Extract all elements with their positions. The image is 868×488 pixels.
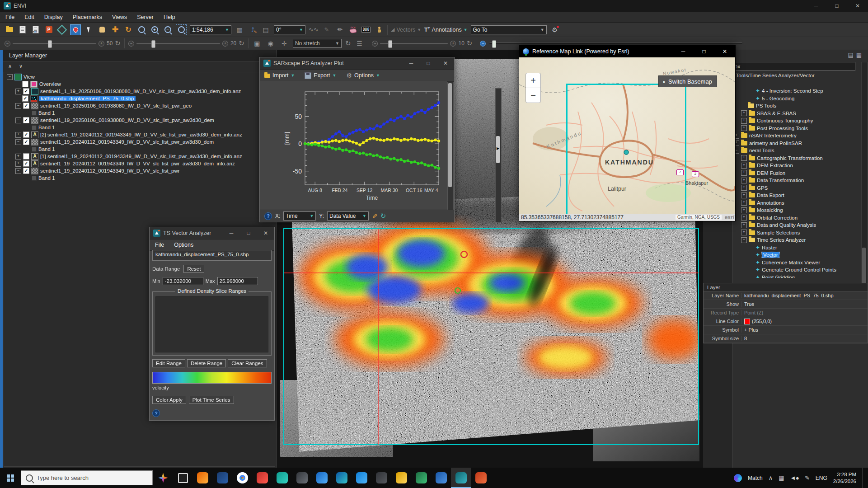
expand-icon[interactable]: + xyxy=(741,192,747,198)
ts-close-button[interactable]: ✕ xyxy=(257,227,274,239)
tree-row[interactable]: +✓A[2] sentinel1_19_20240112_001943349_I… xyxy=(4,131,275,138)
tree-row[interactable]: +Annotations xyxy=(732,199,862,207)
layer-visibility-checkbox[interactable]: ✓ xyxy=(23,131,29,138)
tree-row[interactable]: −✓sentinel1_19_20240112_001943349_IW_D_V… xyxy=(4,167,275,174)
dock-layout-icon[interactable]: ▤ xyxy=(848,52,853,58)
property-value[interactable]: + Plus xyxy=(742,327,758,333)
plot-maximize-button[interactable]: □ xyxy=(420,57,437,69)
toolbox-item-label[interactable]: arimetry and PolInSAR xyxy=(749,141,802,146)
tree-row[interactable]: +GPS xyxy=(732,184,862,192)
tree-row[interactable]: +Continuous Tomography xyxy=(732,117,862,125)
y-axis-combobox[interactable]: Data Value▼ xyxy=(327,211,369,221)
stretch-options-icon[interactable]: ☰ xyxy=(354,38,364,48)
collapse-icon[interactable]: − xyxy=(15,103,21,109)
taskbar-clock[interactable]: 3:28 PM 2/26/2026 xyxy=(833,471,856,485)
tree-row[interactable]: +arimetry and PolInSAR xyxy=(732,140,862,147)
stretch-refresh-icon[interactable]: ↻ xyxy=(345,39,351,47)
layer-property-row[interactable]: Symbol+ Plus xyxy=(704,326,868,334)
min-value-field[interactable]: -23.032000 xyxy=(163,277,203,285)
toolbox-item-label[interactable]: 4 - Inversion: Second Step xyxy=(762,88,823,94)
toolbox-item-label[interactable]: GPS xyxy=(757,185,768,191)
maximize-button[interactable]: □ xyxy=(826,0,847,12)
tree-row[interactable]: +Orbital Correction xyxy=(732,214,862,222)
copilot-icon[interactable] xyxy=(158,473,168,483)
taskbar-app-explorer[interactable] xyxy=(391,468,411,488)
tree-row[interactable]: +DEM Extraction xyxy=(732,162,862,169)
expand-icon[interactable]: + xyxy=(741,155,747,161)
layer-item-label[interactable]: Overview xyxy=(39,81,61,87)
zoom-in-icon[interactable]: + xyxy=(150,25,160,35)
overview-toggle-icon[interactable]: ▦ xyxy=(235,25,244,35)
view-scrollbar[interactable]: ▶ xyxy=(495,88,502,222)
sarscape-preferences-icon[interactable]: ⚙ xyxy=(550,25,560,35)
minimize-button[interactable]: ─ xyxy=(806,0,826,12)
expand-icon[interactable]: + xyxy=(741,230,747,235)
layer-visibility-checkbox[interactable]: ✓ xyxy=(22,95,28,102)
plot-scrollbar[interactable] xyxy=(447,82,454,210)
map-close-button[interactable]: ✕ xyxy=(714,46,735,57)
taskbar-app-app[interactable] xyxy=(292,468,312,488)
toolbox-item-label[interactable]: DEM Extraction xyxy=(757,163,793,168)
toolbox-item-label[interactable]: Data Transformation xyxy=(757,178,804,183)
panel-menu-icon[interactable]: ▦ xyxy=(856,52,862,58)
toolbox-item-label[interactable]: Sample Selections xyxy=(757,230,800,235)
tree-row[interactable]: ✦5 - Geocoding xyxy=(732,95,862,103)
plot-time-series-button[interactable]: Plot Time Series xyxy=(189,396,234,404)
clear-ranges-button[interactable]: Clear Ranges xyxy=(228,359,267,367)
layer-visibility-checkbox[interactable]: ✓ xyxy=(23,103,29,109)
ts-menu-item-file[interactable]: File xyxy=(155,242,164,248)
ts-minimize-button[interactable]: ─ xyxy=(223,227,240,239)
match-widget-icon[interactable] xyxy=(734,474,742,482)
expand-icon[interactable]: + xyxy=(741,118,747,124)
pen-icon[interactable]: ✎ xyxy=(805,474,810,481)
chip-to-powerpoint-icon[interactable]: P xyxy=(44,25,54,35)
toolbox-item-label[interactable]: Continuous Tomography xyxy=(757,118,813,123)
edit-series-icon[interactable]: ✎ xyxy=(371,213,378,219)
cursor-value-icon[interactable]: 008 xyxy=(361,25,371,35)
tree-row[interactable]: +✓Asentinel1_19_20240112_001943349_IW_D_… xyxy=(4,160,275,167)
fly-pan-icon[interactable]: ✚ xyxy=(110,25,120,35)
tree-row[interactable]: ✦Generate Ground Control Points xyxy=(732,266,862,274)
tree-row[interactable]: +SBAS & E-SBAS xyxy=(732,110,862,117)
reset-button[interactable]: Reset xyxy=(183,265,204,273)
plot-minimize-button[interactable]: ─ xyxy=(403,57,420,69)
x-axis-combobox[interactable]: Time▼ xyxy=(283,211,316,221)
density-slice-list[interactable] xyxy=(155,296,268,352)
expand-icon[interactable]: + xyxy=(741,163,747,169)
toolbox-item-label[interactable]: SBAS & E-SBAS xyxy=(757,111,796,116)
toolbox-item-label[interactable]: Raster xyxy=(762,245,777,250)
toolbox-item-label[interactable]: nSAR Interferometry xyxy=(749,133,797,138)
layer-item-label[interactable]: Band 1 xyxy=(38,125,55,130)
tree-row[interactable]: ✦Vector xyxy=(732,251,862,259)
tree-row[interactable]: −Time Series Analyzer xyxy=(732,236,862,244)
delete-range-button[interactable]: Delete Range xyxy=(187,359,226,367)
layer-item-label[interactable]: sentinel1_1_19_20250106_001938080_IW_D_V… xyxy=(40,89,241,94)
open-ntf-icon[interactable]: NTF xyxy=(31,25,41,35)
expand-icon[interactable]: + xyxy=(741,178,747,183)
tree-row[interactable]: +Post Processing Tools xyxy=(732,125,862,132)
taskbar-app-app[interactable] xyxy=(371,468,391,488)
open-file-icon[interactable] xyxy=(5,25,14,35)
zoom-icon[interactable] xyxy=(136,25,146,35)
collapse-icon[interactable]: − xyxy=(741,237,747,243)
language-indicator[interactable]: ENG xyxy=(816,475,827,481)
property-value[interactable]: 8 xyxy=(742,336,747,341)
taskbar-app-vscode[interactable] xyxy=(352,468,371,488)
match-widget-label[interactable]: Match xyxy=(748,475,763,481)
collapse-icon[interactable]: − xyxy=(15,139,21,145)
collapse-icon[interactable]: − xyxy=(15,117,21,123)
expand-icon[interactable]: + xyxy=(741,215,747,221)
expand-icon[interactable]: + xyxy=(741,200,747,206)
plot-import-dropdown[interactable]: Import▼ xyxy=(264,72,295,79)
expand-icon[interactable]: + xyxy=(741,125,747,131)
tree-row[interactable]: Band 1 xyxy=(4,174,275,182)
rotate-view-icon[interactable]: ↻ xyxy=(123,25,133,35)
layer-visibility-checkbox[interactable]: ✓ xyxy=(23,88,29,94)
menu-item-file[interactable]: File xyxy=(5,14,14,20)
layer-item-label[interactable]: Band 1 xyxy=(38,175,55,181)
brightness-slider[interactable]: −+ 20↻ xyxy=(128,39,244,47)
tree-row[interactable]: −✓sentinel1_19_20240112_001943349_IW_D_V… xyxy=(4,138,275,145)
property-value[interactable]: (255,0,0) xyxy=(742,319,772,324)
tree-row[interactable]: −✓sentinel1_19_20250106_001938080_IW_D_V… xyxy=(4,102,275,109)
plot-help-icon[interactable]: ? xyxy=(264,212,272,220)
